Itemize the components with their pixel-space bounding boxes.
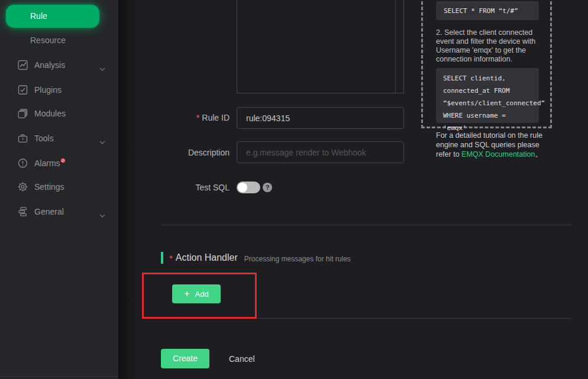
chevron-down-icon	[99, 63, 105, 67]
sidebar-item-resource[interactable]: Resource	[30, 35, 66, 45]
sidebar-divider	[0, 376, 118, 377]
sidebar-item-label: Tools	[34, 134, 54, 143]
alarm-badge-dot	[61, 158, 65, 163]
sidebar-item-plugins[interactable]: Plugins	[0, 77, 118, 102]
sidebar-item-rule[interactable]: Rule	[6, 5, 99, 28]
required-asterisk: *	[196, 113, 199, 122]
sidebar-item-label: Modules	[34, 109, 66, 118]
action-handler-header: * Action Handler Processing messages for…	[161, 251, 351, 264]
sidebar-item-label: Alarms	[34, 158, 65, 168]
code-line: connected_at FROM	[443, 85, 532, 97]
sql-editor[interactable]	[237, 0, 404, 93]
chevron-down-icon	[99, 210, 105, 213]
sidebar-shadow	[118, 0, 138, 379]
section-title: Action Handler	[176, 252, 238, 263]
settings-gear-icon	[18, 182, 28, 192]
section-hint: Processing messages for hit rules	[244, 253, 351, 263]
plus-icon: +	[184, 289, 189, 299]
scrollbar[interactable]	[395, 0, 396, 93]
sidebar-item-modules[interactable]: Modules	[0, 101, 118, 126]
required-asterisk: *	[169, 253, 173, 263]
sql-example-client-connected: SELECT clientid, connected_at FROM “$eve…	[436, 68, 539, 123]
test-sql-toggle[interactable]	[237, 182, 260, 193]
sidebar-item-alarms[interactable]: Alarms	[0, 151, 118, 176]
create-button[interactable]: Create	[161, 349, 209, 368]
sidebar-item-label: Resource	[30, 35, 66, 45]
help-footer-text: For a detailed tutorial on the rule engi…	[436, 131, 544, 159]
code-line: SELECT clientid,	[443, 72, 532, 85]
section-accent-bar	[161, 252, 163, 264]
rule-id-input[interactable]	[237, 107, 404, 129]
alarms-alert-icon	[18, 158, 28, 169]
chevron-down-icon	[99, 137, 105, 140]
help-question-icon[interactable]: ?	[263, 183, 272, 192]
sql-example-basic: SELECT * FROM “t/#”	[436, 1, 539, 20]
modules-layers-icon	[18, 109, 28, 119]
sidebar-item-label: Analysis	[34, 60, 65, 70]
sidebar-item-settings[interactable]: Settings	[0, 174, 118, 199]
cancel-button[interactable]: Cancel	[229, 354, 255, 364]
help-panel: SELECT * FROM “t/#” 2. Select the client…	[421, 0, 552, 128]
add-action-button[interactable]: + Add	[172, 284, 221, 303]
section-divider	[161, 225, 571, 225]
help-step-2-text: 2. Select the client connected event and…	[436, 28, 544, 64]
sidebar: Rule Resource Analysis Plugins	[0, 0, 118, 379]
emqx-documentation-link[interactable]: EMQX Documentation	[461, 150, 535, 158]
general-structure-icon	[18, 207, 28, 217]
rule-id-label: *Rule ID	[135, 113, 230, 122]
tools-briefcase-icon	[18, 134, 28, 144]
description-label: Description	[135, 148, 230, 157]
analysis-chart-icon	[18, 60, 28, 70]
code-line: “$events/client_connected”	[443, 97, 532, 109]
add-button-label: Add	[195, 290, 209, 299]
sidebar-item-label: General	[34, 207, 64, 216]
sidebar-item-label: Settings	[34, 182, 64, 192]
sidebar-item-analysis[interactable]: Analysis	[0, 53, 118, 77]
toggle-knob	[238, 183, 247, 192]
section-divider	[161, 318, 571, 319]
footer-text: 。	[535, 150, 542, 158]
sidebar-item-tools[interactable]: Tools	[0, 126, 118, 151]
test-sql-label: Test SQL	[135, 183, 230, 192]
description-input[interactable]	[237, 141, 404, 163]
sidebar-item-label: Rule	[30, 11, 47, 21]
sidebar-item-general[interactable]: General	[0, 199, 118, 224]
sidebar-item-label: Plugins	[34, 85, 62, 95]
plugins-checkbox-icon	[18, 85, 28, 95]
